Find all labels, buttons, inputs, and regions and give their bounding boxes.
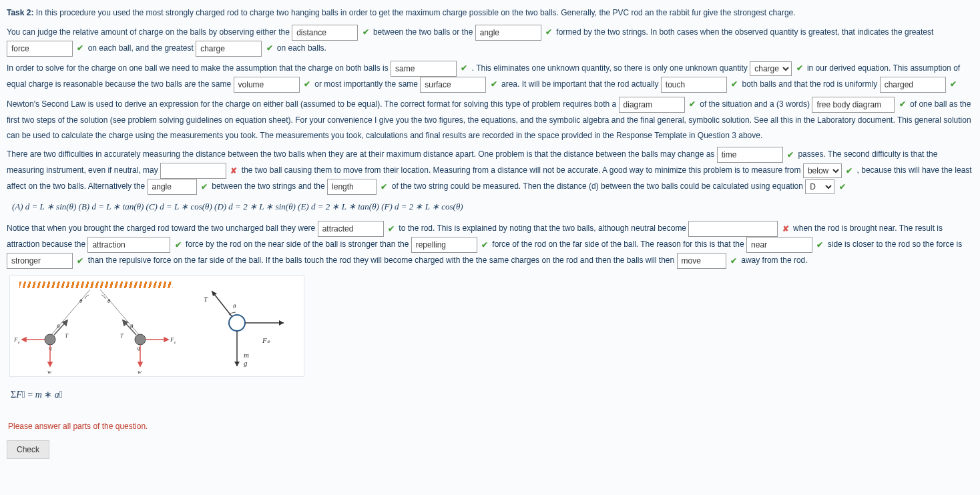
- svg-text:F: F: [13, 336, 18, 343]
- text: or most importantly the same: [314, 79, 418, 89]
- equation-options: (A) d = L ∗ sin(θ) (B) d = L ∗ tan(θ) (C…: [12, 199, 973, 215]
- text: on each balls.: [277, 43, 326, 53]
- paragraph-3: Newton's Second Law is used to derive an…: [7, 97, 973, 143]
- input-angle[interactable]: [475, 25, 541, 41]
- check-icon: ✔: [731, 79, 738, 89]
- input-fbd[interactable]: [812, 97, 895, 113]
- check-icon: ✔: [266, 43, 273, 53]
- input-volume[interactable]: [234, 77, 300, 93]
- check-icon: ✔: [796, 63, 803, 73]
- cross-icon: ✘: [230, 166, 237, 175]
- svg-text:w: w: [138, 368, 142, 375]
- svg-text:F: F: [170, 336, 174, 343]
- svg-text:w: w: [47, 368, 51, 375]
- text: between the two strings and the: [212, 182, 324, 191]
- text: the two ball causing them to move from t…: [242, 166, 801, 175]
- check-icon: ✔: [846, 166, 852, 175]
- svg-text:T: T: [65, 332, 69, 339]
- text: Notice that when you brought the charged…: [7, 223, 315, 233]
- input-touch[interactable]: [661, 77, 727, 93]
- input-surface[interactable]: [420, 77, 486, 93]
- newton-equation: ΣF⃗ = m ∗ a⃗: [11, 386, 973, 404]
- check-icon: ✔: [388, 224, 395, 233]
- task-intro: Task 2: In this procedure you used the m…: [7, 5, 973, 21]
- check-icon: ✔: [839, 182, 846, 191]
- physics-figures: θ θ θ θ T T q q Fe Fe: [9, 276, 304, 377]
- fbd-svg: T θ Fₑ m g: [184, 276, 304, 376]
- select-equation[interactable]: D: [805, 179, 834, 194]
- input-blank-1[interactable]: [160, 163, 226, 179]
- paragraph-4: There are two difficulties in accurately…: [7, 147, 973, 195]
- text: force of the rod on the far side of the …: [492, 239, 744, 249]
- cross-icon: ✘: [782, 224, 789, 233]
- check-icon: ✔: [950, 79, 957, 89]
- paragraph-1: You can judge the relative amount of cha…: [7, 25, 973, 57]
- text: formed by the two strings. In both cases…: [556, 27, 933, 37]
- text: Newton's Second Law is used to derive an…: [7, 99, 616, 109]
- input-distance[interactable]: [292, 25, 358, 41]
- text: on each ball, and the greatest: [88, 43, 194, 53]
- svg-point-3: [135, 334, 146, 345]
- svg-text:θ: θ: [79, 298, 83, 304]
- check-icon: ✔: [730, 256, 737, 266]
- input-repelling[interactable]: [411, 237, 477, 253]
- input-force[interactable]: [7, 41, 73, 57]
- input-charged[interactable]: [880, 77, 946, 93]
- check-icon: ✔: [689, 99, 696, 109]
- ceiling-hatching: [19, 282, 173, 288]
- error-message: Please answer all parts of the question.: [8, 419, 973, 434]
- input-attracted[interactable]: [318, 221, 384, 237]
- svg-marker-39: [234, 362, 240, 366]
- input-length[interactable]: [327, 179, 377, 195]
- check-icon: ✔: [481, 240, 488, 250]
- select-below[interactable]: below: [803, 163, 842, 178]
- svg-text:θ: θ: [233, 303, 236, 310]
- svg-text:g: g: [244, 359, 248, 367]
- select-charge[interactable]: charge: [750, 61, 792, 76]
- check-icon: ✔: [201, 182, 208, 191]
- input-near[interactable]: [746, 237, 812, 253]
- svg-marker-36: [279, 320, 284, 326]
- text: between the two balls or the: [373, 27, 473, 37]
- check-icon: ✔: [491, 79, 497, 89]
- svg-text:T: T: [120, 332, 124, 339]
- text: There are two difficulties in accurately…: [7, 150, 714, 159]
- text: away from the rod.: [741, 256, 807, 265]
- text: In order to solve for the charge on one …: [7, 63, 389, 73]
- check-icon: ✔: [787, 150, 794, 159]
- check-icon: ✔: [381, 182, 387, 191]
- svg-marker-13: [22, 338, 26, 342]
- task-label: Task 2:: [7, 8, 33, 17]
- text: side is closer to the rod so the force i…: [828, 239, 962, 249]
- svg-text:e: e: [174, 340, 176, 344]
- text: area. It will be important that the rod …: [501, 79, 658, 89]
- input-time[interactable]: [717, 147, 783, 163]
- svg-text:T: T: [204, 295, 208, 303]
- input-blank-2[interactable]: [688, 221, 778, 237]
- check-icon: ✔: [175, 240, 182, 250]
- figure-free-body: T θ Fₑ m g: [184, 276, 304, 376]
- input-angle2[interactable]: [148, 179, 197, 195]
- input-same[interactable]: [391, 61, 457, 77]
- check-icon: ✔: [461, 63, 467, 73]
- text: . This eliminates one unknown quantity, …: [472, 63, 748, 73]
- input-charge[interactable]: [196, 41, 262, 57]
- check-button[interactable]: Check: [7, 440, 49, 459]
- input-move[interactable]: [677, 253, 726, 269]
- check-icon: ✔: [899, 99, 906, 109]
- text: of the situation and a (3 words): [700, 99, 810, 109]
- svg-point-30: [229, 315, 245, 331]
- diagram-svg: θ θ θ θ T T q q Fe Fe: [10, 276, 184, 376]
- text: force by the rod on the near side of the…: [186, 239, 409, 249]
- svg-text:e: e: [18, 340, 20, 344]
- svg-point-2: [45, 334, 55, 345]
- text: to the rod. This is explained by noting …: [399, 223, 686, 233]
- paragraph-5: Notice that when you brought the charged…: [7, 221, 973, 269]
- input-stronger[interactable]: [7, 253, 73, 269]
- text: both balls and that the rod is uniformly: [742, 79, 878, 89]
- input-diagram[interactable]: [619, 97, 685, 113]
- svg-marker-15: [164, 338, 168, 342]
- input-attraction[interactable]: [87, 237, 170, 253]
- figure-hanging-balls: θ θ θ θ T T q q Fe Fe: [10, 276, 184, 376]
- check-icon: ✔: [816, 240, 823, 250]
